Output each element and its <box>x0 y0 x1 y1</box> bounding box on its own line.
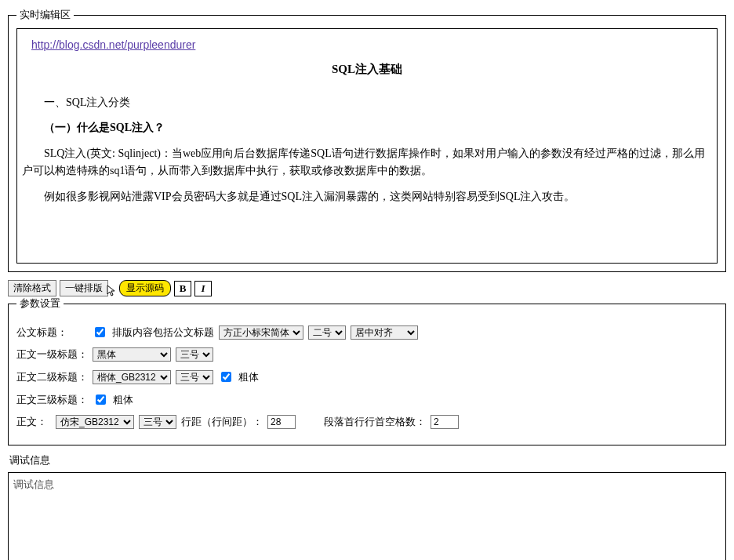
h2-size-select[interactable]: 三号 <box>176 370 213 384</box>
editor-content-box[interactable]: http://blog.csdn.net/purpleendurer SQL注入… <box>16 28 718 264</box>
editor-body: 一、SQL注入分类 （一）什么是SQL注入？ SLQ注入(英文: Sqlinje… <box>22 94 712 205</box>
h3-bold-label: 粗体 <box>113 393 133 407</box>
one-click-layout-button[interactable]: 一键排版 <box>60 280 108 296</box>
italic-button[interactable]: I <box>194 281 212 296</box>
line-spacing-input[interactable] <box>267 415 296 429</box>
body-label: 正文： <box>16 415 51 429</box>
h3-row: 正文三级标题： 粗体 <box>16 392 718 407</box>
clear-format-button[interactable]: 清除格式 <box>8 280 56 296</box>
body-row: 正文： 仿宋_GB2312 三号 行距（行间距）： 段落首行行首空格数： <box>16 415 718 429</box>
doc-title-label: 公文标题： <box>16 325 87 340</box>
h2-label: 正文二级标题： <box>16 370 88 384</box>
h2-row: 正文二级标题： 楷体_GB2312 三号 粗体 <box>16 369 718 384</box>
debug-placeholder: 调试信息 <box>13 478 54 490</box>
h2-bold-label: 粗体 <box>238 370 259 384</box>
h1-row: 正文一级标题： 黑体 三号 <box>16 347 718 362</box>
line-spacing-label: 行距（行间距）： <box>181 415 263 429</box>
title-font-select[interactable]: 方正小标宋简体 <box>219 325 303 340</box>
doc-title-row: 公文标题： 排版内容包括公文标题 方正小标宋简体 二号 居中对齐 <box>16 325 718 340</box>
h1-size-select[interactable]: 三号 <box>176 347 213 362</box>
debug-textarea[interactable]: 调试信息 <box>8 472 726 560</box>
h1-font-select[interactable]: 黑体 <box>93 347 171 362</box>
indent-input[interactable] <box>431 415 459 429</box>
body-font-select[interactable]: 仿宋_GB2312 <box>56 415 134 429</box>
section-heading: 一、SQL注入分类 <box>22 94 712 111</box>
document-title: SQL注入基础 <box>22 62 712 77</box>
h2-bold-checkbox[interactable] <box>221 372 231 382</box>
paragraph-1: SLQ注入(英文: Sqlinject)：当web应用向后台数据库传递SQL语句… <box>22 145 712 180</box>
sub-heading: （一）什么是SQL注入？ <box>22 119 712 136</box>
debug-label: 调试信息 <box>9 453 726 467</box>
params-legend: 参数设置 <box>16 296 64 311</box>
blog-link[interactable]: http://blog.csdn.net/purpleendurer <box>31 38 195 51</box>
h1-label: 正文一级标题： <box>16 347 88 362</box>
paragraph-2: 例如很多影视网站泄露VIP会员密码大多就是通过SQL注入漏洞暴露的，这类网站特别… <box>22 188 712 205</box>
include-title-label: 排版内容包括公文标题 <box>112 325 214 340</box>
toolbar: 清除格式 一键排版 显示源码 B I <box>8 280 726 296</box>
show-source-button[interactable]: 显示源码 <box>119 280 171 296</box>
editor-legend: 实时编辑区 <box>16 8 74 22</box>
bold-button[interactable]: B <box>174 281 191 296</box>
editor-fieldset: 实时编辑区 http://blog.csdn.net/purpleendurer… <box>8 8 726 272</box>
params-fieldset: 参数设置 公文标题： 排版内容包括公文标题 方正小标宋简体 二号 居中对齐 正文… <box>8 296 726 445</box>
body-size-select[interactable]: 三号 <box>139 415 176 429</box>
include-title-checkbox[interactable] <box>95 327 105 337</box>
title-align-select[interactable]: 居中对齐 <box>351 325 418 340</box>
h3-label: 正文三级标题： <box>16 393 88 407</box>
h3-bold-checkbox[interactable] <box>96 395 106 405</box>
indent-label: 段落首行行首空格数： <box>324 415 426 429</box>
title-size-select[interactable]: 二号 <box>308 325 346 340</box>
h2-font-select[interactable]: 楷体_GB2312 <box>93 370 171 384</box>
